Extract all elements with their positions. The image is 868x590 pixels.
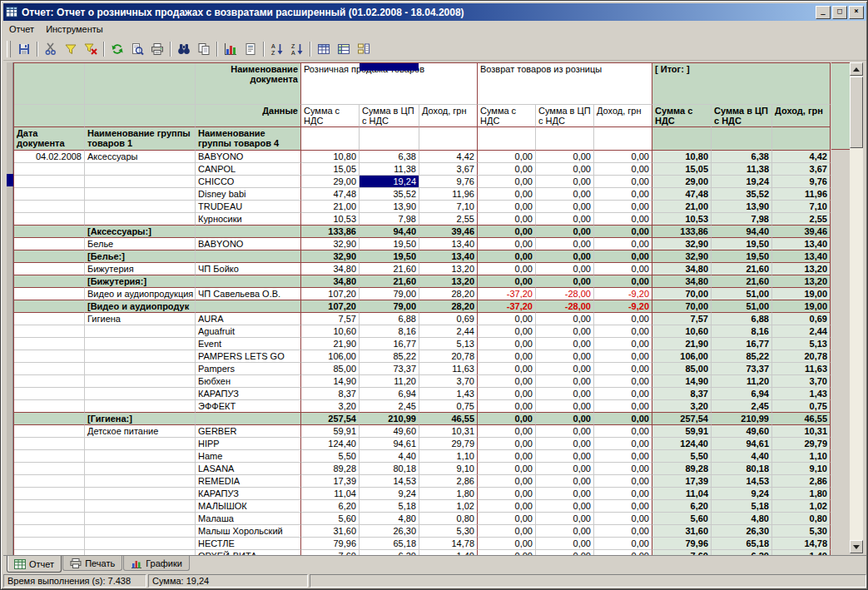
group1-cell[interactable]: Гигиена <box>85 313 196 325</box>
value-cell[interactable]: 107,20 <box>301 300 360 313</box>
value-cell[interactable]: 9,76 <box>772 176 831 188</box>
value-cell[interactable]: 0,00 <box>536 400 594 413</box>
value-cell[interactable]: 0,00 <box>478 238 536 250</box>
date-cell[interactable] <box>14 450 85 463</box>
value-cell[interactable]: 32,90 <box>301 238 360 250</box>
value-cell[interactable]: 1,02 <box>772 500 831 513</box>
group4-cell[interactable]: HIPP <box>196 438 301 450</box>
group1-cell[interactable] <box>85 500 196 513</box>
group4-cell[interactable] <box>196 300 301 313</box>
value-cell[interactable]: 6,88 <box>712 313 772 325</box>
value-cell[interactable]: 0,00 <box>478 176 536 188</box>
value-cell[interactable]: 9,10 <box>772 463 831 475</box>
value-cell[interactable]: 19,24 <box>712 176 772 188</box>
value-cell[interactable]: 124,40 <box>301 438 360 450</box>
date-cell[interactable] <box>14 300 85 313</box>
value-cell[interactable]: 85,00 <box>652 363 712 375</box>
value-cell[interactable]: 10,53 <box>652 213 712 226</box>
value-cell[interactable]: 11,63 <box>419 363 478 375</box>
copy-icon[interactable] <box>194 40 213 58</box>
colgroup-returns[interactable]: Возврат товаров из розницы <box>478 63 652 105</box>
value-cell[interactable]: 0,00 <box>478 201 536 213</box>
value-cell[interactable]: 0,75 <box>419 400 478 413</box>
value-cell[interactable]: 6,88 <box>360 313 419 325</box>
value-cell[interactable]: 0,00 <box>594 338 652 350</box>
value-cell[interactable]: 5,60 <box>652 513 712 525</box>
value-cell[interactable]: 0,00 <box>478 163 536 176</box>
value-cell[interactable]: 0,00 <box>536 375 594 388</box>
group1-cell[interactable]: Аксессуары <box>85 151 196 163</box>
group4-cell[interactable]: Pampers <box>196 363 301 375</box>
group1-cell[interactable] <box>85 400 196 413</box>
group1-cell[interactable] <box>85 388 196 400</box>
value-cell[interactable]: 5,18 <box>360 500 419 513</box>
value-cell[interactable]: 0,00 <box>478 363 536 375</box>
value-cell[interactable]: 9,24 <box>712 488 772 500</box>
value-cell[interactable]: 46,55 <box>772 413 831 425</box>
value-cell[interactable]: 3,70 <box>772 375 831 388</box>
value-cell[interactable]: 34,80 <box>301 275 360 288</box>
value-cell[interactable]: 0,00 <box>536 513 594 525</box>
value-cell[interactable]: 3,70 <box>419 375 478 388</box>
value-cell[interactable]: 51,00 <box>712 300 772 313</box>
value-cell[interactable]: 0,00 <box>594 201 652 213</box>
group4-cell[interactable]: ЧП Савельева О.В. <box>196 288 301 300</box>
group4-cell[interactable]: REMEDIA <box>196 475 301 488</box>
scroll-down-button[interactable] <box>850 540 863 553</box>
group4-cell[interactable]: Aguafruit <box>196 325 301 338</box>
value-cell[interactable]: 0,00 <box>594 363 652 375</box>
save-icon[interactable] <box>14 40 33 58</box>
value-cell[interactable]: 0,00 <box>478 500 536 513</box>
value-cell[interactable]: -28,00 <box>536 300 594 313</box>
value-cell[interactable]: 21,00 <box>301 201 360 213</box>
group4-cell[interactable]: КАРАПУЗ <box>196 488 301 500</box>
value-cell[interactable]: 0,00 <box>594 213 652 226</box>
value-cell[interactable]: 6,20 <box>301 500 360 513</box>
value-cell[interactable]: 79,96 <box>652 538 712 550</box>
value-cell[interactable]: 0,00 <box>536 475 594 488</box>
value-cell[interactable]: 257,54 <box>301 413 360 425</box>
value-cell[interactable]: 0,00 <box>594 463 652 475</box>
value-cell[interactable]: 0,00 <box>594 513 652 525</box>
value-cell[interactable]: 0,80 <box>772 513 831 525</box>
value-cell[interactable]: 85,22 <box>360 350 419 363</box>
col-caption[interactable]: Сумма в ЦП с НДС <box>536 105 594 127</box>
maximize-button[interactable]: □ <box>832 6 847 19</box>
title-bar[interactable]: Отчет: Отчет о розничных продажах с возв… <box>3 3 866 21</box>
date-cell[interactable] <box>14 250 85 263</box>
value-cell[interactable]: 10,80 <box>301 151 360 163</box>
value-cell[interactable]: 11,04 <box>652 488 712 500</box>
value-cell[interactable]: 32,90 <box>652 250 712 263</box>
value-cell[interactable]: 0,00 <box>478 313 536 325</box>
date-cell[interactable] <box>14 475 85 488</box>
group1-cell[interactable] <box>85 350 196 363</box>
value-cell[interactable]: 0,00 <box>536 188 594 201</box>
value-cell[interactable]: 9,24 <box>360 488 419 500</box>
value-cell[interactable]: 47,48 <box>652 188 712 201</box>
value-cell[interactable]: 0,00 <box>478 413 536 425</box>
value-cell[interactable]: 0,69 <box>772 313 831 325</box>
refresh-icon[interactable] <box>107 40 126 58</box>
value-cell[interactable]: 80,18 <box>712 463 772 475</box>
group4-cell[interactable]: AURA <box>196 313 301 325</box>
date-cell[interactable] <box>14 325 85 338</box>
value-cell[interactable]: 0,69 <box>419 313 478 325</box>
value-cell[interactable]: 51,00 <box>712 288 772 300</box>
value-cell[interactable]: 13,90 <box>360 201 419 213</box>
value-cell[interactable]: 0,80 <box>419 513 478 525</box>
value-cell[interactable]: 4,40 <box>712 450 772 463</box>
value-cell[interactable]: 70,00 <box>652 288 712 300</box>
value-cell[interactable]: 0,00 <box>536 238 594 250</box>
value-cell[interactable]: 10,60 <box>301 325 360 338</box>
value-cell[interactable]: 133,86 <box>301 226 360 238</box>
tab-report[interactable]: Отчет <box>7 556 62 573</box>
value-cell[interactable]: 4,42 <box>419 151 478 163</box>
value-cell[interactable]: 2,86 <box>419 475 478 488</box>
value-cell[interactable]: 0,00 <box>478 350 536 363</box>
sort-desc-icon[interactable]: ZA <box>287 40 306 58</box>
group1-cell[interactable]: Белье <box>85 238 196 250</box>
group4-cell[interactable]: CANPOL <box>196 163 301 176</box>
value-cell[interactable]: 106,00 <box>652 350 712 363</box>
value-cell[interactable]: 19,00 <box>772 300 831 313</box>
value-cell[interactable]: 34,80 <box>301 263 360 275</box>
